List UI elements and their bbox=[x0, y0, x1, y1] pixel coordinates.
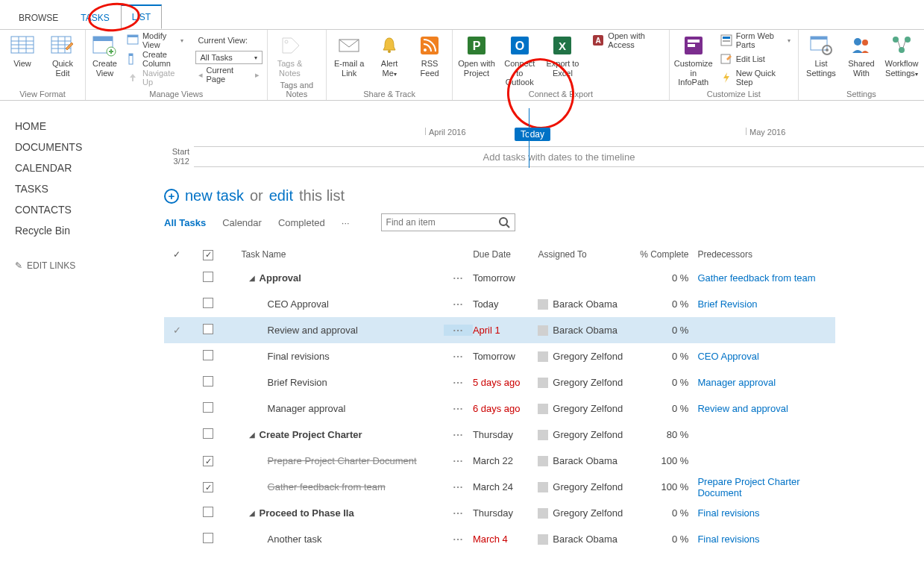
assignee-name[interactable]: Gregory Zelfond bbox=[553, 403, 623, 414]
assignee-name[interactable]: Gregory Zelfond bbox=[553, 507, 623, 519]
workflow-settings-button[interactable]: Workflow Settings▾ bbox=[884, 32, 920, 78]
view-calendar[interactable]: Calendar bbox=[222, 217, 262, 228]
row-menu-icon[interactable]: ··· bbox=[453, 455, 464, 466]
row-checkbox[interactable] bbox=[203, 507, 213, 517]
row-checkbox[interactable] bbox=[203, 456, 213, 466]
table-row[interactable]: Prepare Project Charter Document···March… bbox=[164, 448, 835, 474]
search-icon[interactable] bbox=[498, 216, 510, 228]
plus-circle-icon[interactable]: + bbox=[164, 189, 179, 204]
form-web-parts-button[interactable]: Form Web Parts▾ bbox=[717, 32, 793, 49]
view-all-tasks[interactable]: All Tasks bbox=[164, 217, 206, 228]
task-name-text[interactable]: Final revisions bbox=[268, 351, 330, 362]
connect-outlook-button[interactable]: O Connect to Outlook bbox=[500, 32, 539, 87]
predecessor-link[interactable]: Final revisions bbox=[697, 507, 759, 519]
shared-with-button[interactable]: Shared With bbox=[843, 32, 879, 78]
assignee-name[interactable]: Barack Obama bbox=[553, 298, 617, 310]
customize-infopath-button[interactable]: Customize in InfoPath bbox=[674, 32, 713, 87]
edit-list-button[interactable]: Edit List bbox=[717, 51, 793, 67]
table-row[interactable]: Another task···March 4Barack Obama0 %Fin… bbox=[164, 526, 835, 552]
row-checkbox[interactable] bbox=[203, 402, 213, 413]
row-menu-icon[interactable]: ··· bbox=[453, 272, 464, 284]
row-checkbox[interactable] bbox=[203, 350, 213, 360]
open-with-access-button[interactable]: AOpen with Access bbox=[589, 32, 664, 49]
timeline-track[interactable]: Add tasks with dates to the timeline bbox=[194, 146, 924, 167]
predecessor-link[interactable]: Final revisions bbox=[697, 534, 759, 545]
task-name-text[interactable]: Brief Revision bbox=[268, 377, 327, 388]
tab-browse[interactable]: BROWSE bbox=[7, 6, 69, 29]
caret-icon[interactable]: ◢ bbox=[249, 431, 255, 439]
assignee-name[interactable]: Barack Obama bbox=[553, 325, 617, 336]
view-more[interactable]: ··· bbox=[342, 217, 350, 228]
caret-icon[interactable]: ◢ bbox=[249, 509, 255, 517]
row-menu-icon[interactable]: ··· bbox=[453, 403, 464, 414]
table-row[interactable]: ✓Review and approval···April 1Barack Oba… bbox=[164, 317, 835, 343]
col-assigned-to[interactable]: Assigned To bbox=[538, 249, 640, 260]
predecessor-link[interactable]: Review and approval bbox=[697, 403, 788, 414]
row-menu-icon[interactable]: ··· bbox=[453, 534, 464, 545]
alert-me-button[interactable]: Alert Me▾ bbox=[371, 32, 407, 78]
view-button[interactable]: View bbox=[4, 32, 40, 69]
predecessor-link[interactable]: Gather feedback from team bbox=[697, 272, 815, 284]
task-name-text[interactable]: Proceed to Phase IIa bbox=[260, 507, 354, 519]
quick-edit-button[interactable]: Quick Edit bbox=[45, 32, 81, 78]
task-name-text[interactable]: Create Project Charter bbox=[260, 429, 362, 440]
view-completed[interactable]: Completed bbox=[278, 217, 325, 228]
new-quick-step-button[interactable]: New Quick Step bbox=[717, 69, 793, 86]
task-name-text[interactable]: Manager approval bbox=[268, 403, 346, 414]
sidebar-item-home[interactable]: HOME bbox=[15, 116, 149, 137]
task-name-text[interactable]: CEO Approval bbox=[268, 298, 329, 310]
table-row[interactable]: Final revisions···TomorrowGregory Zelfon… bbox=[164, 343, 835, 369]
tab-list[interactable]: LIST bbox=[121, 4, 162, 29]
predecessor-link[interactable]: Manager approval bbox=[697, 377, 776, 388]
col-task-name[interactable]: Task Name bbox=[227, 249, 444, 260]
assignee-name[interactable]: Barack Obama bbox=[553, 455, 617, 466]
caret-icon[interactable]: ◢ bbox=[249, 274, 255, 282]
col-predecessors[interactable]: Predecessors bbox=[698, 249, 835, 260]
row-menu-icon[interactable]: ··· bbox=[453, 298, 464, 310]
edit-list-link[interactable]: edit bbox=[269, 187, 293, 204]
row-checkbox[interactable] bbox=[203, 298, 213, 308]
table-row[interactable]: ◢Approval···Tomorrow0 %Gather feedback f… bbox=[164, 265, 835, 291]
current-page-indicator[interactable]: ◂Current Page▸ bbox=[195, 66, 263, 83]
tags-notes-button[interactable]: Tags & Notes bbox=[272, 32, 308, 78]
open-with-project-button[interactable]: P Open with Project bbox=[457, 32, 496, 78]
row-menu-icon[interactable]: ··· bbox=[453, 325, 464, 336]
row-checkbox[interactable] bbox=[203, 428, 213, 439]
export-excel-button[interactable]: X Export to Excel bbox=[544, 32, 582, 78]
sidebar-item-tasks[interactable]: TASKS bbox=[15, 178, 149, 199]
row-menu-icon[interactable]: ··· bbox=[453, 351, 464, 362]
assignee-name[interactable]: Gregory Zelfond bbox=[553, 429, 623, 440]
table-row[interactable]: ◢Proceed to Phase IIa···ThursdayGregory … bbox=[164, 500, 835, 526]
col-select[interactable] bbox=[190, 249, 227, 260]
row-checkbox[interactable] bbox=[203, 272, 213, 282]
search-box[interactable] bbox=[381, 213, 515, 231]
task-name-text[interactable]: Review and approval bbox=[268, 325, 358, 336]
task-name-text[interactable]: Gather feedback from team bbox=[268, 481, 386, 492]
row-menu-icon[interactable]: ··· bbox=[453, 507, 464, 519]
row-menu-icon[interactable]: ··· bbox=[453, 481, 464, 492]
row-checkbox[interactable] bbox=[203, 376, 213, 387]
row-checkbox[interactable] bbox=[203, 533, 213, 543]
list-settings-button[interactable]: List Settings bbox=[803, 32, 839, 78]
table-row[interactable]: Brief Revision···5 days agoGregory Zelfo… bbox=[164, 369, 835, 395]
table-row[interactable]: ◢Create Project Charter···ThursdayGregor… bbox=[164, 422, 835, 448]
table-row[interactable]: Gather feedback from team···March 24Greg… bbox=[164, 474, 835, 500]
assignee-name[interactable]: Gregory Zelfond bbox=[553, 351, 623, 362]
current-view-select[interactable]: All Tasks▾ bbox=[195, 51, 263, 64]
modify-view-button[interactable]: Modify View▾ bbox=[124, 32, 186, 49]
table-row[interactable]: Manager approval···6 days agoGregory Zel… bbox=[164, 395, 835, 422]
predecessor-link[interactable]: Brief Revision bbox=[697, 298, 757, 310]
col-done[interactable]: ✓ bbox=[164, 249, 190, 260]
task-name-text[interactable]: Prepare Project Charter Document bbox=[268, 455, 417, 466]
task-name-text[interactable]: Another task bbox=[268, 534, 322, 545]
col-pct-complete[interactable]: % Complete bbox=[640, 249, 698, 260]
assignee-name[interactable]: Barack Obama bbox=[553, 534, 617, 545]
sidebar-item-contacts[interactable]: CONTACTS bbox=[15, 199, 149, 220]
sidebar-item-documents[interactable]: DOCUMENTS bbox=[15, 137, 149, 157]
navigate-up-button[interactable]: Navigate Up bbox=[124, 69, 186, 86]
row-checkbox[interactable] bbox=[203, 482, 213, 492]
predecessor-link[interactable]: CEO Approval bbox=[697, 351, 758, 362]
predecessor-link[interactable]: Prepare Project Charter Document bbox=[697, 476, 799, 498]
search-input[interactable] bbox=[386, 217, 498, 228]
table-row[interactable]: CEO Approval···TodayBarack Obama0 %Brief… bbox=[164, 291, 835, 317]
